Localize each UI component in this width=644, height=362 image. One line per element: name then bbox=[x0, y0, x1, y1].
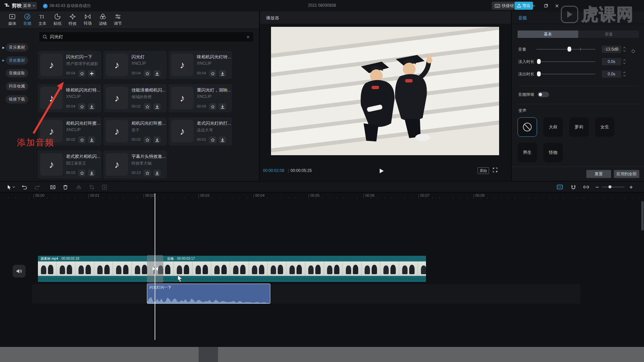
playhead[interactable] bbox=[155, 193, 155, 340]
reset-button[interactable]: 重置 bbox=[586, 170, 611, 178]
audio-card[interactable]: ♪ 闪光灯闪一下 用户星球手机摄影 00:04 bbox=[38, 51, 101, 79]
tab-转场[interactable]: 转场 bbox=[80, 11, 95, 28]
favorite-star-icon[interactable] bbox=[209, 70, 216, 77]
audio-card[interactable]: ♪ 嗖相机闪光灯转... XNCLIP 00:04 bbox=[169, 51, 232, 79]
download-icon[interactable] bbox=[153, 170, 161, 176]
download-icon[interactable] bbox=[153, 70, 161, 77]
redo-button[interactable] bbox=[34, 184, 40, 190]
play-button[interactable] bbox=[378, 168, 385, 174]
download-icon[interactable] bbox=[153, 103, 161, 110]
audio-card[interactable]: ♪ 嗖相机闪光灯特... XNCLIP 00:04 bbox=[38, 84, 101, 112]
audio-track-mute-button[interactable] bbox=[13, 265, 25, 278]
timeline-ruler[interactable]: 00:0000:0100:0200:0300:0400:0500:0600:07… bbox=[0, 192, 644, 200]
magnet-snap-button[interactable] bbox=[570, 184, 576, 190]
fade-in-slider-knob[interactable] bbox=[537, 59, 541, 64]
tab-文本[interactable]: TI 文本 bbox=[35, 11, 50, 28]
favorite-star-icon[interactable] bbox=[78, 170, 86, 176]
original-quality-button[interactable]: 原始 bbox=[478, 167, 489, 174]
sidebar-item-音效素材[interactable]: ▶ 音效素材 bbox=[6, 56, 28, 65]
sidebar-item-音频提取[interactable]: ▶ 音频提取 bbox=[6, 69, 28, 77]
fade-out-slider-knob[interactable] bbox=[537, 71, 541, 76]
undo-button[interactable] bbox=[21, 184, 28, 190]
fade-out-stepper[interactable] bbox=[622, 70, 627, 78]
preview-axis-button[interactable] bbox=[557, 184, 563, 190]
video-clip-1[interactable]: 源素材.mp4 00:00:02:18 bbox=[38, 256, 155, 282]
tab-basic[interactable]: 基本 bbox=[518, 31, 578, 38]
horizontal-scrollbar[interactable] bbox=[0, 347, 644, 362]
menu-button[interactable]: 菜单 bbox=[21, 2, 37, 9]
volume-slider[interactable] bbox=[536, 49, 595, 50]
fade-in-slider[interactable] bbox=[538, 61, 595, 62]
minimize-button[interactable] bbox=[529, 1, 538, 10]
voice-option-男生[interactable]: 男生 bbox=[518, 143, 537, 162]
volume-slider-knob[interactable] bbox=[568, 47, 571, 52]
mirror-button[interactable] bbox=[76, 184, 82, 190]
favorite-star-icon[interactable] bbox=[144, 136, 151, 143]
zoom-out-icon[interactable] bbox=[594, 184, 600, 190]
delete-clip-button[interactable] bbox=[62, 184, 68, 190]
favorite-star-icon[interactable] bbox=[144, 103, 151, 110]
timeline-zoom-slider[interactable] bbox=[602, 187, 625, 187]
audio-card[interactable]: ♪ 字幕片头特效激... 特效李大锅 00:23 bbox=[103, 150, 167, 179]
download-icon[interactable] bbox=[219, 70, 226, 77]
close-button[interactable] bbox=[552, 1, 561, 10]
audio-card[interactable]: ♪ 闪光灯 XNCLIP 00:04 bbox=[103, 51, 167, 79]
voice-none-button[interactable] bbox=[518, 117, 537, 137]
sidebar-item-链接下载[interactable]: ▶ 链接下载 bbox=[6, 95, 28, 104]
search-input[interactable]: 闪光灯 ✕ bbox=[39, 32, 253, 42]
crop-button[interactable] bbox=[89, 184, 95, 190]
scrollbar-thumb[interactable] bbox=[199, 347, 218, 362]
favorite-star-icon[interactable] bbox=[209, 136, 216, 143]
volume-stepper[interactable] bbox=[622, 46, 627, 53]
audio-card[interactable]: ♪ 老式胶片相机闪... 阳江崔首王 00:03 bbox=[38, 150, 101, 179]
download-icon[interactable] bbox=[88, 103, 95, 110]
voice-option-大叔[interactable]: 大叔 bbox=[543, 117, 563, 137]
download-icon[interactable] bbox=[219, 103, 226, 110]
fade-in-value[interactable]: 0.0s bbox=[602, 58, 621, 65]
voice-option-女生[interactable]: 女生 bbox=[595, 117, 614, 137]
favorite-star-icon[interactable] bbox=[209, 103, 216, 110]
volume-value[interactable]: -13.5dB bbox=[602, 46, 621, 53]
tab-贴纸[interactable]: 贴纸 bbox=[50, 11, 65, 28]
sidebar-item-抖音收藏[interactable]: ▶ 抖音收藏 bbox=[6, 82, 28, 90]
audio-card[interactable]: ♪ 老式闪光灯的打... 达达大哥 00:01 bbox=[169, 117, 232, 145]
download-icon[interactable] bbox=[153, 136, 161, 143]
sidebar-item-音乐素材[interactable]: ▶ 音乐素材 bbox=[6, 43, 28, 52]
shortcuts-button[interactable]: 快捷键 bbox=[492, 2, 517, 10]
link-clips-button[interactable] bbox=[583, 184, 589, 190]
favorite-star-icon[interactable] bbox=[78, 136, 86, 143]
search-clear-icon[interactable]: ✕ bbox=[246, 35, 250, 40]
fullscreen-icon[interactable] bbox=[493, 168, 498, 173]
split-clip-button[interactable] bbox=[50, 184, 56, 190]
timeline-zoom-knob[interactable] bbox=[608, 185, 611, 188]
fade-in-stepper[interactable] bbox=[622, 58, 627, 65]
select-tool-button[interactable] bbox=[5, 184, 17, 190]
voice-option-怪物[interactable]: 怪物 bbox=[543, 143, 563, 162]
audio-clip[interactable]: 闪光灯闪一下 bbox=[147, 284, 270, 304]
video-preview[interactable] bbox=[271, 27, 499, 155]
download-icon[interactable] bbox=[219, 136, 226, 143]
denoise-toggle[interactable] bbox=[538, 92, 549, 97]
favorite-star-icon[interactable] bbox=[78, 103, 86, 110]
maximize-button[interactable] bbox=[542, 1, 550, 10]
voice-option-萝莉[interactable]: 萝莉 bbox=[569, 117, 589, 137]
tab-媒体[interactable]: 媒体 bbox=[5, 11, 20, 28]
zoom-in-icon[interactable] bbox=[628, 184, 634, 190]
audio-card[interactable]: ♪ 重闪光灯，混响... XNCLIP 00:09 bbox=[169, 84, 232, 112]
audio-card[interactable]: ♪ 佳能清脆相机闪... 倾城的青橙 00:02 bbox=[103, 84, 167, 112]
video-clip-2[interactable]: 定格 00:00:03:17 bbox=[155, 256, 426, 282]
fade-out-slider[interactable] bbox=[538, 74, 595, 74]
tab-音频[interactable]: 音频 bbox=[20, 11, 35, 28]
fade-out-value[interactable]: 0.0s bbox=[602, 70, 621, 78]
add-icon[interactable] bbox=[88, 70, 95, 77]
apply-all-button[interactable]: 应用到全部 bbox=[614, 170, 639, 178]
vertical-scrollbar[interactable] bbox=[641, 201, 644, 231]
tab-调节[interactable]: 调节 bbox=[110, 11, 125, 28]
favorite-star-icon[interactable] bbox=[144, 170, 151, 176]
favorite-star-icon[interactable] bbox=[144, 70, 151, 77]
keyframe-diamond-icon[interactable]: ◇ bbox=[631, 48, 635, 54]
tab-滤镜[interactable]: 滤镜 bbox=[95, 11, 110, 28]
freeze-frame-button[interactable] bbox=[101, 184, 107, 190]
audio-card[interactable]: ♪ 相机闪光灯咔擦... XNCLIP 00:02 bbox=[38, 117, 101, 145]
tab-特效[interactable]: 特效 bbox=[65, 11, 80, 28]
